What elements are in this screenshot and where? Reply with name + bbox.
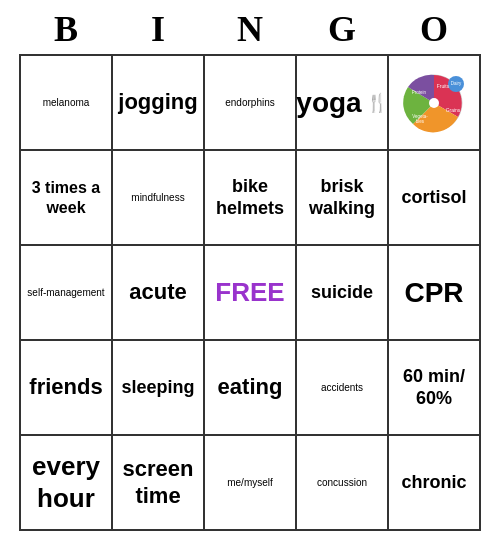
cell-text: endorphins [225, 97, 274, 109]
cell-text: suicide [311, 282, 373, 304]
cell-text: 3 times a week [25, 178, 107, 216]
cell-text: concussion [317, 477, 367, 489]
cell-text: cortisol [401, 187, 466, 209]
cell-text: melanoma [43, 97, 90, 109]
cell-3-times-a-week: 3 times a week [21, 151, 113, 246]
cell-friends: friends [21, 341, 113, 436]
svg-text:Grains: Grains [446, 107, 461, 113]
cell-text: me/myself [227, 477, 273, 489]
cell-eating: eating [205, 341, 297, 436]
cell-brisk-walking: brisk walking [297, 151, 389, 246]
letter-b: B [20, 8, 112, 50]
yoga-text: yoga [296, 86, 361, 120]
cell-concussion: concussion [297, 436, 389, 531]
svg-point-1 [429, 98, 439, 108]
cell-acute: acute [113, 246, 205, 341]
fork-icon: 🍴 [366, 92, 388, 114]
letter-n: N [204, 8, 296, 50]
cell-text: jogging [118, 89, 197, 115]
cell-text: 60 min/ 60% [393, 366, 475, 409]
cell-text: friends [29, 374, 102, 400]
svg-text:Protein: Protein [412, 90, 427, 95]
cell-melanoma: melanoma [21, 56, 113, 151]
cell-text: mindfulness [131, 192, 184, 204]
cell-60min: 60 min/ 60% [389, 341, 481, 436]
cell-cpr: CPR [389, 246, 481, 341]
cell-text: every hour [25, 451, 107, 513]
letter-g: G [296, 8, 388, 50]
cell-text: brisk walking [301, 176, 383, 219]
cell-me-myself: me/myself [205, 436, 297, 531]
cell-text: bike helmets [209, 176, 291, 219]
cell-text: CPR [404, 276, 463, 310]
cell-text: acute [129, 279, 186, 305]
cell-text: eating [218, 374, 283, 400]
cell-text: FREE [215, 277, 284, 308]
cell-endorphins: endorphins [205, 56, 297, 151]
cell-chronic: chronic [389, 436, 481, 531]
cell-every-hour: every hour [21, 436, 113, 531]
cell-text: accidents [321, 382, 363, 394]
cell-jogging: jogging [113, 56, 205, 151]
cell-self-management: self-management [21, 246, 113, 341]
bingo-grid: melanoma jogging endorphins yoga 🍴 Fru [19, 54, 481, 531]
cell-text: sleeping [121, 377, 194, 399]
letter-o: O [388, 8, 480, 50]
cell-yoga: yoga 🍴 [297, 56, 389, 151]
letter-i: I [112, 8, 204, 50]
myplate-chart: Fruits Grains Vegeta- bles Protein Dairy [403, 72, 465, 134]
cell-text: screen time [117, 456, 199, 509]
cell-accidents: accidents [297, 341, 389, 436]
cell-sleeping: sleeping [113, 341, 205, 436]
cell-mindfulness: mindfulness [113, 151, 205, 246]
svg-text:Dairy: Dairy [451, 81, 462, 86]
cell-cortisol: cortisol [389, 151, 481, 246]
cell-text: self-management [27, 287, 104, 299]
cell-suicide: suicide [297, 246, 389, 341]
cell-myplate: Fruits Grains Vegeta- bles Protein Dairy [389, 56, 481, 151]
cell-bike-helmets: bike helmets [205, 151, 297, 246]
cell-screen-time: screen time [113, 436, 205, 531]
cell-text: chronic [401, 472, 466, 494]
cell-free: FREE [205, 246, 297, 341]
bingo-header: B I N G O [20, 0, 480, 54]
svg-text:Fruits: Fruits [437, 83, 450, 89]
svg-text:bles: bles [416, 119, 425, 124]
